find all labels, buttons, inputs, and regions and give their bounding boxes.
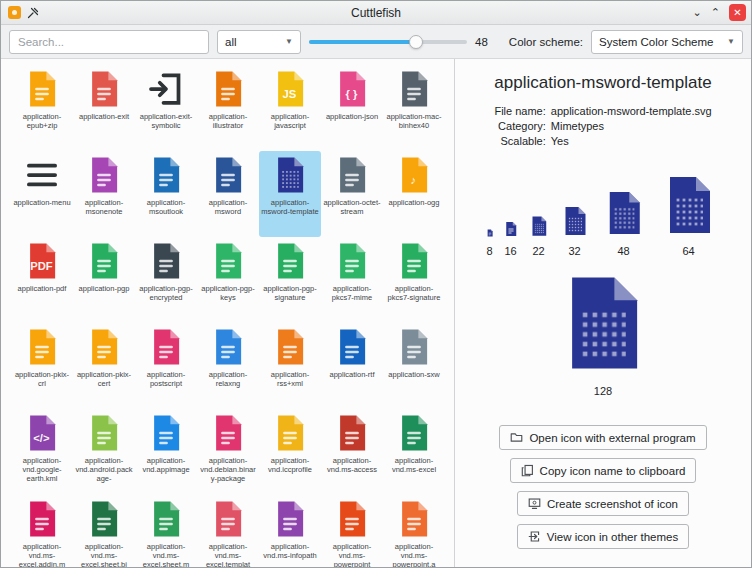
icon-cell-application-msoutlook[interactable]: application-msoutlook	[135, 151, 197, 237]
icon-cell-application-vnd.ms-powerpoint[interactable]: application-vnd.ms-powerpoint	[321, 495, 383, 567]
application-rtf-icon	[332, 327, 372, 367]
icon-cell-application-pgp-signature[interactable]: application-pgp-signature	[259, 237, 321, 323]
icon-label: application-vnd.ms-excel.sheet.bi	[75, 542, 133, 567]
icon-cell-application-json[interactable]: { }application-json	[321, 65, 383, 151]
view-themes-icon	[528, 530, 541, 543]
large-preview-size-label: 128	[594, 385, 612, 397]
icon-label: application-rss+xml	[261, 370, 319, 388]
icon-cell-application-sxw[interactable]: application-sxw	[383, 323, 445, 409]
icon-label: application-menu	[13, 198, 71, 207]
minimize-button[interactable]: ⌄	[693, 7, 702, 18]
icon-cell-application-illustrator[interactable]: application-illustrator	[197, 65, 259, 151]
scalable-label: Scalable:	[494, 135, 545, 147]
color-scheme-dropdown[interactable]: System Color Scheme ▼	[591, 30, 743, 54]
application-pdf-icon: PDF	[22, 241, 62, 281]
application-pkcs7-mime-icon	[332, 241, 372, 281]
svg-text:</>: </>	[33, 432, 50, 444]
icon-cell-application-vnd.appimage[interactable]: application-vnd.appimage	[135, 409, 197, 495]
icon-cell-application-vnd.ms-excel.sheet.bi[interactable]: application-vnd.ms-excel.sheet.bi	[73, 495, 135, 567]
icon-cell-application-vnd.ms-excel.sheet.m[interactable]: application-vnd.ms-excel.sheet.m	[135, 495, 197, 567]
application-relaxng-icon	[208, 327, 248, 367]
icon-label: application-rtf	[323, 370, 381, 379]
icon-cell-application-pkcs7-signature[interactable]: application-pkcs7-signature	[383, 237, 445, 323]
svg-text:♪: ♪	[411, 174, 417, 186]
maximize-button[interactable]: ⌃	[711, 7, 720, 18]
icon-cell-application-msword[interactable]: application-msword	[197, 151, 259, 237]
icon-cell-application-exit[interactable]: application-exit	[73, 65, 135, 151]
icon-cell-application-vnd.iccprofile[interactable]: application-vnd.iccprofile	[259, 409, 321, 495]
preview-icon-32	[559, 205, 591, 241]
icon-cell-application-vnd.google-earth.kml[interactable]: </>application-vnd.google-earth.kml	[11, 409, 73, 495]
application-ogg-icon: ♪	[394, 155, 434, 195]
icon-cell-application-msword-template[interactable]: application-msword-template	[259, 151, 321, 237]
icon-cell-application-rss+xml[interactable]: application-rss+xml	[259, 323, 321, 409]
icon-cell-application-relaxng[interactable]: application-relaxng	[197, 323, 259, 409]
icon-cell-application-vnd.ms-excel.addin.m[interactable]: application-vnd.ms-excel.addin.m	[11, 495, 73, 567]
pin-icon[interactable]	[27, 7, 39, 19]
view-other-themes-button[interactable]: View icon in other themes	[517, 524, 689, 549]
icon-cell-application-rtf[interactable]: application-rtf	[321, 323, 383, 409]
icon-cell-application-vnd.ms-excel.templat[interactable]: application-vnd.ms-excel.templat	[197, 495, 259, 567]
application-vnd.ms-infopath-icon	[270, 499, 310, 539]
icon-size-slider[interactable]	[309, 30, 467, 54]
icon-label: application-javascript	[261, 112, 319, 130]
icon-cell-application-postscript[interactable]: application-postscript	[135, 323, 197, 409]
icon-cell-application-octet-stream[interactable]: application-octet-stream	[321, 151, 383, 237]
application-mac-binhex40-icon	[394, 69, 434, 109]
application-vnd.debian.binary-package-icon	[208, 413, 248, 453]
application-rss+xml-icon	[270, 327, 310, 367]
open-external-button[interactable]: Open icon with external program	[499, 425, 706, 450]
icon-cell-application-vnd.android.package-[interactable]: application-vnd.android.package-	[73, 409, 135, 495]
icon-label: application-epub+zip	[13, 112, 71, 130]
icon-cell-application-pgp-keys[interactable]: application-pgp-keys	[197, 237, 259, 323]
icon-label: application-vnd.debian.binary-package	[199, 456, 257, 483]
icon-cell-application-vnd.ms-infopath[interactable]: application-vnd.ms-infopath	[259, 495, 321, 567]
icon-cell-application-vnd.ms-excel[interactable]: application-vnd.ms-excel	[383, 409, 445, 495]
icon-cell-application-ogg[interactable]: ♪application-ogg	[383, 151, 445, 237]
screenshot-button[interactable]: Create screenshot of icon	[517, 491, 689, 516]
icon-label: application-pkcs7-signature	[385, 284, 443, 302]
copy-name-button[interactable]: Copy icon name to clipboard	[510, 458, 697, 483]
icon-label: application-vnd.ms-access	[323, 456, 381, 474]
open-external-label: Open icon with external program	[529, 432, 695, 444]
icon-cell-application-pgp-encrypted[interactable]: application-pgp-encrypted	[135, 237, 197, 323]
preview-icon-16	[503, 221, 519, 241]
icon-cell-application-menu[interactable]: application-menu	[11, 151, 73, 237]
icon-cell-application-pkix-crl[interactable]: application-pkix-crl	[11, 323, 73, 409]
icon-cell-application-vnd.debian.binary-package[interactable]: application-vnd.debian.binary-package	[197, 409, 259, 495]
search-input[interactable]	[9, 30, 209, 54]
close-button[interactable]: ✕	[729, 4, 746, 21]
icon-cell-application-vnd.ms-access[interactable]: application-vnd.ms-access	[321, 409, 383, 495]
preview-size-label: 8	[486, 245, 492, 257]
main-area: application-epub+zipapplication-exitappl…	[1, 59, 751, 567]
preview-size-22: 22	[528, 215, 550, 257]
icon-cell-application-javascript[interactable]: JSapplication-javascript	[259, 65, 321, 151]
icon-label: application-ogg	[385, 198, 443, 207]
application-json-icon: { }	[332, 69, 372, 109]
icon-cell-application-exit-symbolic[interactable]: application-exit-symbolic	[135, 65, 197, 151]
icon-cell-application-epub+zip[interactable]: application-epub+zip	[11, 65, 73, 151]
icon-cell-application-pkcs7-mime[interactable]: application-pkcs7-mime	[321, 237, 383, 323]
category-filter-dropdown[interactable]: all ▼	[217, 30, 301, 54]
icon-cell-application-pdf[interactable]: PDFapplication-pdf	[11, 237, 73, 323]
icon-cell-application-pkix-cert[interactable]: application-pkix-cert	[73, 323, 135, 409]
icon-label: application-exit	[75, 112, 133, 121]
file-name-label: File name:	[494, 105, 545, 117]
icon-cell-application-pgp[interactable]: application-pgp	[73, 237, 135, 323]
copy-icon	[521, 464, 534, 477]
application-msoutlook-icon	[146, 155, 186, 195]
application-postscript-icon	[146, 327, 186, 367]
icon-label: application-pdf	[13, 284, 71, 293]
icon-label: application-vnd.google-earth.kml	[13, 456, 71, 483]
preview-size-label: 48	[617, 245, 629, 257]
large-preview: 128	[551, 271, 655, 397]
icon-label: application-msword-template	[261, 198, 319, 216]
icon-cell-application-msonenote[interactable]: application-msonenote	[73, 151, 135, 237]
slider-handle[interactable]	[409, 35, 423, 49]
icon-cell-application-mac-binhex40[interactable]: application-mac-binhex40	[383, 65, 445, 151]
icon-cell-application-vnd.ms-powerpoint.a[interactable]: application-vnd.ms-powerpoint.a	[383, 495, 445, 567]
application-epub+zip-icon	[22, 69, 62, 109]
icon-size-value: 48	[475, 36, 491, 48]
application-pkix-cert-icon	[84, 327, 124, 367]
svg-text:JS: JS	[282, 88, 296, 100]
